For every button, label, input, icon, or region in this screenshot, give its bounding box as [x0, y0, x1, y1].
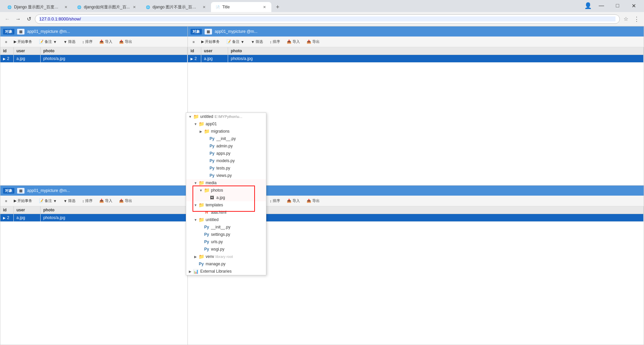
- toolbar-export-br[interactable]: 📤 导出: [304, 197, 322, 205]
- toolbar-menu-btn-bl[interactable]: ≡: [2, 197, 10, 205]
- tree-item-init-py-sub[interactable]: Py __init__.py: [186, 223, 266, 231]
- address-bar[interactable]: [35, 14, 620, 24]
- minimize-button[interactable]: —: [594, 1, 609, 10]
- tab-3-close[interactable]: ✕: [202, 4, 207, 10]
- toolbar-import-bl[interactable]: 📥 导入: [97, 197, 115, 205]
- tree-item-external-libs[interactable]: ▶ 📊 External Libraries: [186, 268, 266, 275]
- folder-icon-photos: 📁: [204, 187, 210, 193]
- toolbar-sort-br[interactable]: ↕ 排序: [267, 197, 283, 205]
- toolbar-filter[interactable]: ▼ 筛选: [61, 38, 78, 46]
- py-icon-urls: Py: [204, 239, 210, 245]
- tree-label-venv-extra: library root: [215, 255, 233, 259]
- maximize-button[interactable]: □: [610, 1, 625, 10]
- tree-label-init-sub: __init__.py: [211, 225, 230, 229]
- tree-item-app01[interactable]: ▼ 📁 app01: [186, 120, 266, 128]
- tree-toggle-untitled[interactable]: ▼: [187, 114, 193, 119]
- tree-item-urls-py[interactable]: Py urls.py: [186, 238, 266, 246]
- cell-photo-br: photos/a.jpg: [228, 214, 644, 221]
- tree-item-ajpg[interactable]: 🖼 a.jpg: [186, 194, 266, 201]
- toolbar-comment-tr[interactable]: 📝 备注 ▼: [224, 38, 247, 46]
- tree-item-migrations[interactable]: ▶ 📁 migrations: [186, 128, 266, 135]
- tree-item-models-py[interactable]: Py models.py: [186, 157, 266, 164]
- tree-toggle-photos[interactable]: ▼: [198, 188, 204, 193]
- tree-item-venv[interactable]: ▶ 📁 venv library root: [186, 253, 266, 260]
- tree-label-tests: tests.py: [216, 166, 230, 170]
- folder-icon-venv: 📁: [198, 254, 204, 260]
- toolbar-start-transaction-tr[interactable]: ▶ 开始事务: [199, 38, 222, 46]
- tab-2-close[interactable]: ✕: [132, 4, 137, 10]
- tree-item-photos[interactable]: ▼ 📁 photos: [186, 187, 266, 194]
- chrome-user-icon[interactable]: 👤: [583, 1, 593, 11]
- forward-button[interactable]: →: [13, 14, 23, 24]
- table-row[interactable]: ▶ 2 a.jpg photos/a.jpg: [0, 55, 187, 63]
- cell-id-tr: ▶ 2: [188, 55, 201, 62]
- tab-1-close[interactable]: ✕: [63, 4, 68, 10]
- address-input[interactable]: [39, 16, 615, 21]
- tree-item-init-py[interactable]: Py __init__.py: [186, 135, 266, 142]
- col-header-user-bl: user: [14, 206, 41, 214]
- tree-toggle-admin: [204, 143, 209, 149]
- toolbar-start-transaction-bl[interactable]: ▶ 开始事务: [11, 197, 35, 205]
- table-row-bl[interactable]: ▶ 2 a.jpg photos/a.jpg: [0, 214, 187, 222]
- tree-item-manage-py[interactable]: Py manage.py: [186, 260, 266, 268]
- tree-item-tests-py[interactable]: Py tests.py: [186, 164, 266, 172]
- chrome-menu-button[interactable]: ⋮: [632, 14, 641, 24]
- toolbar-sort-bl[interactable]: ↕ 排序: [79, 197, 95, 205]
- cell-photo-tr: photos/a.jpg: [228, 55, 644, 62]
- tab-4-favicon: 📄: [215, 4, 220, 10]
- toolbar-import-tr[interactable]: 📥 导入: [284, 38, 303, 46]
- tree-toggle-untitled-sub[interactable]: ▼: [193, 217, 198, 222]
- toolbar-sort[interactable]: ↕ 排序: [79, 38, 95, 46]
- toolbar-menu-btn[interactable]: ≡: [2, 38, 10, 46]
- tree-item-aaa-html[interactable]: H aaa.html: [186, 209, 266, 216]
- tree-item-untitled-sub[interactable]: ▼ 📁 untitled: [186, 216, 266, 223]
- close-button[interactable]: ✕: [626, 1, 641, 10]
- tree-item-apps-py[interactable]: Py apps.py: [186, 150, 266, 157]
- tree-toggle-app01[interactable]: ▼: [193, 121, 198, 127]
- tree-item-admin-py[interactable]: Py admin.py: [186, 142, 266, 150]
- toolbar-export-tr[interactable]: 📤 导出: [304, 38, 322, 46]
- tab-1[interactable]: 🌐 Django 显示图片_百度抟... ✕: [3, 2, 72, 12]
- main-content: 对象 ▦ app01_mypicture @m... ≡ ▶ 开始事务 📝 备注…: [0, 26, 644, 345]
- tree-toggle-media[interactable]: ▼: [193, 180, 198, 186]
- tree-item-views-py[interactable]: Py views.py: [186, 172, 266, 179]
- tab-4-close[interactable]: ✕: [262, 4, 267, 10]
- new-tab-button[interactable]: +: [273, 2, 283, 12]
- toolbar-sort-tr[interactable]: ↕ 排序: [267, 38, 283, 46]
- back-button[interactable]: ←: [3, 14, 12, 24]
- table-row-tr[interactable]: ▶ 2 a.jpg photos/a.jpg: [188, 55, 644, 63]
- toolbar-comment-bl[interactable]: 📝 备注 ▼: [36, 197, 59, 205]
- tab-3-label: django 图片不显示_百度...: [153, 4, 200, 10]
- tree-toggle-venv[interactable]: ▶: [193, 254, 198, 259]
- folder-icon-untitled-sub: 📁: [198, 217, 204, 223]
- tree-item-templates[interactable]: ▼ 📁 templates: [186, 201, 266, 209]
- col-header-user-tr: user: [201, 47, 228, 55]
- tab-3-favicon: 🌐: [145, 4, 151, 10]
- toolbar-export[interactable]: 📤 导出: [116, 38, 135, 46]
- tree-item-wsgi-py[interactable]: Py wsgi.py: [186, 246, 266, 253]
- tree-item-settings-py[interactable]: Py settings.py: [186, 231, 266, 238]
- panel-top-right-table-icon: ▦: [205, 29, 212, 34]
- toolbar-import[interactable]: 📥 导入: [97, 38, 115, 46]
- tree-item-untitled-root[interactable]: ▼ 📁 untitled E:\MYPython\u...: [186, 113, 266, 120]
- tree-label-untitled-path: E:\MYPython\u...: [215, 115, 243, 119]
- toolbar-import-br[interactable]: 📥 导入: [284, 197, 303, 205]
- tree-toggle-templates[interactable]: ▼: [193, 202, 198, 208]
- toolbar-menu-btn-tr[interactable]: ≡: [190, 38, 197, 46]
- tab-3[interactable]: 🌐 django 图片不显示_百度... ✕: [141, 2, 211, 12]
- tree-item-media[interactable]: ▼ 📁 media: [186, 179, 266, 187]
- tab-4[interactable]: 📄 Title ✕: [211, 2, 271, 12]
- toolbar-comment[interactable]: 📝 备注 ▼: [36, 38, 59, 46]
- bookmark-button[interactable]: ☆: [621, 14, 631, 24]
- cell-id-bl: ▶ 2: [0, 214, 14, 221]
- toolbar-start-transaction[interactable]: ▶ 开始事务: [11, 38, 35, 46]
- toolbar-filter-tr[interactable]: ▼ 筛选: [248, 38, 266, 46]
- toolbar-filter-bl[interactable]: ▼ 筛选: [61, 197, 78, 205]
- tab-2[interactable]: 🌐 django如何显示图片_百... ✕: [72, 2, 141, 12]
- reload-button[interactable]: ↺: [24, 14, 34, 24]
- tree-toggle-external-libs[interactable]: ▶: [187, 269, 193, 274]
- panel-top-right-badge: 对象: [191, 29, 202, 34]
- tree-toggle-migrations[interactable]: ▶: [198, 129, 204, 134]
- tree-label-admin: admin.py: [216, 144, 233, 148]
- toolbar-export-bl[interactable]: 📤 导出: [116, 197, 135, 205]
